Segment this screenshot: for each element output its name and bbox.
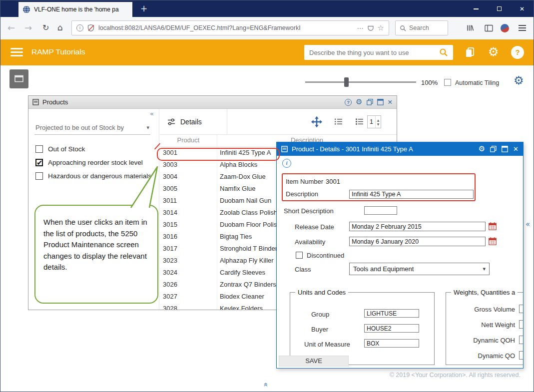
- weights-field-input[interactable]: [519, 336, 524, 344]
- account-icon[interactable]: [501, 24, 509, 32]
- list-view-icon[interactable]: [334, 117, 343, 126]
- checkbox[interactable]: [35, 145, 43, 153]
- site-info-icon[interactable]: i: [76, 24, 83, 31]
- bookmark-star-icon[interactable]: ☆: [378, 23, 384, 32]
- new-tab-button[interactable]: +: [137, 2, 150, 15]
- window-close-icon[interactable]: ✕: [513, 145, 519, 153]
- maximize-button[interactable]: [488, 0, 511, 17]
- maximize-pane-icon[interactable]: [502, 146, 508, 152]
- tile-windows-icon[interactable]: [490, 146, 497, 152]
- short-description-input[interactable]: [364, 206, 397, 215]
- minimize-button[interactable]: [465, 0, 488, 17]
- item-number-value: 3001: [326, 178, 340, 185]
- checkbox[interactable]: [35, 172, 43, 180]
- close-button[interactable]: ✕: [511, 0, 534, 17]
- home-icon[interactable]: ⌂: [57, 22, 63, 33]
- group-input[interactable]: [364, 309, 419, 318]
- pocket-icon[interactable]: [367, 24, 374, 31]
- weights-field-input[interactable]: [519, 320, 524, 329]
- browser-search-box[interactable]: [395, 20, 448, 35]
- weights-field-row: Dynamic QO: [446, 350, 524, 366]
- back-icon[interactable]: ←: [7, 22, 15, 33]
- help-icon[interactable]: ?: [511, 46, 524, 59]
- collapse-filter-icon[interactable]: «: [150, 110, 154, 117]
- sidebar-icon[interactable]: [485, 24, 493, 32]
- unit-of-measure-input[interactable]: [364, 339, 419, 348]
- info-icon[interactable]: i: [282, 159, 291, 168]
- page-actions-icon[interactable]: ⋯: [357, 24, 364, 32]
- browser-window: VLF-ONE home is the 'home pa + ✕ ← → ↻ ⌂…: [0, 0, 534, 392]
- products-titlebar[interactable]: Products ? ⚙ ✕: [28, 96, 397, 109]
- report-view-icon[interactable]: [355, 117, 364, 126]
- weights-field-row: Dynamic QOH: [446, 335, 524, 350]
- checkbox-label: Approaching reorder stock level: [48, 159, 143, 166]
- toolbar-gear-icon[interactable]: ⚙: [514, 74, 524, 87]
- page-spinner[interactable]: 1 ▲ ▼: [367, 115, 381, 128]
- calendar-icon[interactable]: [489, 222, 497, 230]
- weights-fields: Gross VolumeNett WeightDynamic QOHDynami…: [446, 304, 524, 366]
- details-titlebar[interactable]: Product - Details - 3001 Infiniti 425 Ty…: [277, 142, 523, 156]
- window-gear-icon[interactable]: ⚙: [479, 145, 485, 153]
- product-cell: 3028: [160, 303, 217, 310]
- discontinued-checkbox[interactable]: [296, 252, 303, 259]
- window-help-icon[interactable]: ?: [345, 99, 352, 106]
- zoom-slider-handle[interactable]: [344, 77, 349, 87]
- expand-right-splitter-icon[interactable]: «: [526, 220, 530, 229]
- spin-up-icon[interactable]: ▲: [377, 118, 380, 122]
- menu-icon[interactable]: [519, 25, 526, 31]
- app-settings-gear-icon[interactable]: ⚙: [488, 44, 499, 59]
- expand-bottom-splitter-icon[interactable]: «: [261, 382, 270, 387]
- automatic-tiling-label: Automatic Tiling: [455, 79, 499, 86]
- refresh-icon[interactable]: ↻: [42, 22, 49, 33]
- product-cell: 3027: [160, 291, 217, 303]
- tile-windows-icon[interactable]: [367, 99, 373, 105]
- product-cell: 3011: [160, 195, 217, 207]
- calendar-icon[interactable]: [489, 237, 497, 245]
- url-bar[interactable]: i ⋯ ☆: [71, 20, 389, 35]
- guide-icon[interactable]: [464, 46, 476, 58]
- column-header-product[interactable]: Product: [160, 135, 217, 146]
- window-gear-icon[interactable]: ⚙: [356, 98, 362, 106]
- short-description-label: Short Description: [284, 207, 334, 215]
- spin-down-icon[interactable]: ▼: [377, 122, 380, 126]
- filter-checkbox-row[interactable]: ✔Approaching reorder stock level: [35, 157, 151, 167]
- filter-checkbox-row[interactable]: Out of Stock: [35, 144, 151, 154]
- browser-search-input[interactable]: [409, 24, 444, 31]
- weights-field-input[interactable]: [519, 351, 524, 360]
- zoom-slider-track[interactable]: [305, 81, 416, 83]
- move-pane-icon[interactable]: [311, 116, 323, 128]
- window-switcher-button[interactable]: [9, 69, 28, 88]
- buyer-input[interactable]: [364, 324, 419, 333]
- automatic-tiling-checkbox[interactable]: [444, 79, 451, 86]
- shield-blocked-icon[interactable]: [87, 24, 95, 32]
- availability-label: Availability: [295, 238, 325, 246]
- app-search-icon[interactable]: [439, 48, 448, 57]
- weights-field-input[interactable]: [519, 305, 524, 313]
- product-cell: 3005: [160, 183, 217, 195]
- tab-details[interactable]: Details: [160, 109, 227, 135]
- save-button[interactable]: SAVE: [279, 356, 349, 367]
- forward-icon[interactable]: →: [24, 22, 32, 33]
- stock-filter-dropdown[interactable]: Projected to be out of Stock by ▾: [34, 122, 150, 135]
- browser-tab[interactable]: VLF-ONE home is the 'home pa: [18, 2, 132, 17]
- app-menu-icon[interactable]: [10, 48, 23, 56]
- url-input[interactable]: [98, 24, 354, 31]
- maximize-pane-icon[interactable]: [377, 99, 384, 105]
- app-title: RAMP Tutorials: [31, 47, 85, 56]
- filter-checkbox-row[interactable]: Hazardous or dangerous materials: [35, 171, 151, 181]
- class-select[interactable]: Tools and Equipment ▾: [349, 263, 490, 275]
- availability-input[interactable]: [349, 237, 486, 246]
- app-search-box[interactable]: [304, 45, 453, 60]
- weights-field-row: Nett Weight: [446, 319, 524, 335]
- release-date-input[interactable]: [349, 222, 486, 231]
- description-input[interactable]: [349, 190, 474, 199]
- library-icon[interactable]: [466, 23, 475, 32]
- checkbox[interactable]: ✔: [35, 159, 43, 166]
- app-search-input[interactable]: [309, 49, 435, 56]
- window-form-icon: [281, 146, 288, 152]
- weights-field-label: Nett Weight: [455, 321, 515, 329]
- buyer-label: Buyer: [311, 326, 328, 333]
- stock-filter-label: Projected to be out of Stock by: [35, 124, 124, 131]
- product-cell: 3017: [160, 243, 217, 255]
- window-close-icon[interactable]: ✕: [388, 98, 393, 106]
